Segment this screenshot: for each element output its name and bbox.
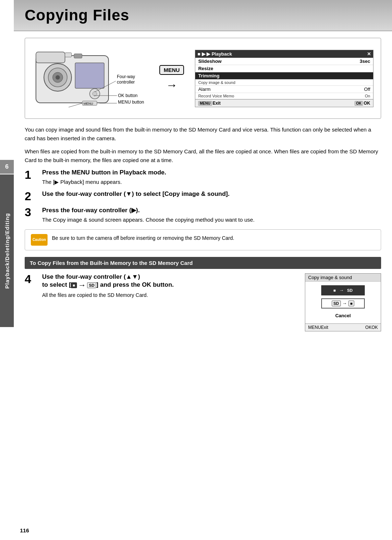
menu-row-alarm: AlarmOff [195, 86, 373, 93]
illustration-box: Four-way controller OK button MENU MENU … [25, 38, 381, 119]
copy-ok-key: OK [365, 325, 371, 330]
step-1: 1 Press the MENU button in Playback mode… [25, 169, 381, 186]
caution-box: Caution Be sure to turn the camera off b… [25, 229, 381, 250]
step-4-content: Use the four-way controller (▲▼) to sele… [42, 273, 381, 331]
svg-rect-10 [65, 53, 72, 57]
menu-header: ■ ▶ ▶ Playback ✕ [195, 50, 373, 58]
step-4-sub: All the files are copied to the SD Memor… [42, 291, 296, 299]
step-2-title: Use the four-way controller (▼) to selec… [42, 190, 381, 198]
svg-text:MENU button: MENU button [118, 100, 144, 105]
step-3-title: Press the four-way controller (▶). [42, 206, 381, 214]
caution-text: Be sure to turn the camera off before in… [52, 234, 234, 242]
copy-screen-footer: MENUExit OKOK [305, 323, 381, 331]
side-tab: Playback/Deleting/Editing [0, 174, 14, 327]
menu-arrow: MENU → [159, 65, 184, 92]
page-title: Copying Files [25, 7, 381, 24]
step-4: 4 Use the four-way controller (▲▼) to se… [25, 273, 381, 331]
step-2-number: 2 [25, 190, 36, 202]
menu-footer: MENUExit OKOK [195, 99, 373, 107]
copy-menu-key: MENU [308, 325, 321, 330]
menu-row-voice: Record Voice MemoOn [195, 93, 373, 99]
copy-opt1-mem1: ■ [332, 287, 338, 293]
svg-line-19 [69, 103, 82, 107]
caution-icon: Caution [31, 234, 48, 246]
copy-opt1-mem2: SD [345, 287, 354, 293]
step-3-number: 3 [25, 206, 36, 218]
copy-opt2-mem1: SD [332, 301, 341, 306]
menu-header-tab: ✕ [367, 51, 371, 57]
step-3-sub: The Copy image & sound screen appears. C… [42, 215, 381, 224]
step-1-sub: The [▶ Playback] menu appears. [42, 178, 381, 186]
step-4-number: 4 [25, 273, 36, 285]
copy-option-cancel[interactable]: Cancel [321, 311, 365, 320]
step-3: 3 Press the four-way controller (▶). The… [25, 206, 381, 224]
step-1-number: 1 [25, 169, 36, 181]
step-4-title: Use the four-way controller (▲▼) to sele… [42, 273, 296, 290]
svg-rect-11 [74, 54, 82, 58]
copy-opt2-arrow: → [342, 301, 347, 306]
menu-key-exit: MENU [198, 101, 212, 106]
mem-icon-sd: SD [87, 282, 96, 288]
content-area: Four-way controller OK button MENU MENU … [14, 31, 392, 342]
step-4-text: Use the four-way controller (▲▼) to sele… [42, 273, 296, 299]
svg-point-5 [56, 75, 60, 80]
caution-icon-label: Caution [32, 238, 46, 242]
step-2: 2 Use the four-way controller (▼) to sel… [25, 190, 381, 202]
menu-header-icon: ■ [197, 51, 201, 57]
svg-text:OK button: OK button [118, 93, 138, 98]
menu-screen: ■ ▶ ▶ Playback ✕ Slideshow3sec Resize Tr… [195, 50, 373, 107]
page-number: 116 [20, 527, 29, 533]
section-header: To Copy Files from the Built-in Memory t… [25, 257, 381, 269]
svg-text:MENU: MENU [83, 102, 93, 105]
title-banner: Copying Files [14, 0, 392, 31]
mem-icon-builtin: ■ [71, 282, 77, 288]
menu-button-label: MENU [159, 65, 184, 75]
svg-text:controller: controller [117, 80, 135, 85]
menu-key-ok: OK [355, 101, 363, 106]
body-para-2: When files are copied from the built-in … [25, 147, 381, 165]
menu-row-slideshow: Slideshow3sec [195, 58, 373, 65]
copy-screen: Copy image & sound ■ → SD SD → ■ [305, 273, 381, 331]
step-2-content: Use the four-way controller (▼) to selec… [42, 190, 381, 199]
svg-text:Four-way: Four-way [117, 74, 135, 79]
svg-point-9 [93, 92, 97, 96]
menu-row-trimming: Trimming [195, 72, 373, 80]
menu-header-playback: ▶ ▶ Playback [202, 51, 367, 57]
copy-opt2-mem2: ■ [348, 301, 355, 306]
step-1-content: Press the MENU button in Playback mode. … [42, 169, 381, 186]
camera-diagram: Four-way controller OK button MENU MENU … [32, 45, 148, 112]
copy-screen-header: Copy image & sound [305, 274, 381, 282]
chapter-number: 6 [0, 160, 14, 174]
side-tab-label: Playback/Deleting/Editing [4, 213, 10, 289]
copy-screen-body: ■ → SD SD → ■ Cancel [305, 282, 381, 323]
arrow-symbol: → [166, 78, 177, 92]
copy-option-1[interactable]: ■ → SD [321, 285, 365, 295]
copy-option-2[interactable]: SD → ■ [321, 298, 365, 309]
menu-row-copy: Copy image & sound [195, 80, 373, 86]
main-content: Copying Files [14, 0, 392, 342]
step-1-title: Press the MENU button in Playback mode. [42, 169, 381, 176]
copy-opt1-arrow: → [339, 287, 344, 293]
svg-rect-6 [75, 63, 104, 88]
step-3-content: Press the four-way controller (▶). The C… [42, 206, 381, 224]
menu-row-resize: Resize [195, 65, 373, 72]
svg-rect-1 [36, 52, 65, 63]
body-para-1: You can copy image and sound files from … [25, 125, 381, 143]
